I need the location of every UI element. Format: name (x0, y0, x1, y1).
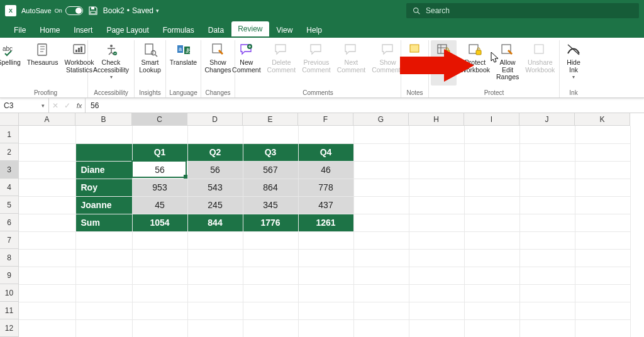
cell[interactable] (519, 126, 575, 143)
cell[interactable] (75, 284, 132, 302)
cell[interactable] (75, 267, 132, 284)
document-title[interactable]: Book2 • Saved ▾ (103, 6, 159, 15)
cell[interactable] (519, 267, 575, 284)
cell[interactable] (298, 231, 353, 249)
cell[interactable]: 567 (243, 161, 298, 179)
cell[interactable] (243, 267, 298, 284)
cell[interactable] (298, 267, 353, 284)
cell[interactable]: 46 (298, 161, 353, 179)
cell[interactable] (409, 196, 464, 214)
cell[interactable] (19, 179, 75, 196)
cell[interactable] (409, 126, 464, 143)
cell[interactable]: 778 (298, 179, 353, 196)
cell[interactable] (298, 319, 353, 337)
cell[interactable] (298, 249, 353, 267)
cell[interactable] (519, 231, 575, 249)
cell[interactable] (19, 214, 75, 231)
row-header-8[interactable]: 8 (0, 249, 19, 267)
cell[interactable] (519, 214, 575, 231)
tab-help[interactable]: Help (300, 23, 328, 38)
cell[interactable] (75, 143, 132, 161)
cell[interactable] (243, 231, 298, 249)
col-header-K[interactable]: K (575, 113, 630, 126)
cell[interactable] (464, 161, 519, 179)
cell[interactable] (409, 214, 464, 231)
autosave-toggle[interactable] (65, 6, 83, 15)
save-icon[interactable] (88, 6, 98, 16)
tab-page-layout[interactable]: Page Layout (100, 23, 155, 38)
cell[interactable] (353, 302, 409, 319)
cell[interactable] (464, 214, 519, 231)
cell[interactable]: Sum (75, 214, 132, 231)
column-headers[interactable]: ABCDEFGHIJK (19, 113, 644, 126)
cell[interactable]: Q3 (243, 143, 298, 161)
cell[interactable] (464, 284, 519, 302)
cell[interactable] (298, 284, 353, 302)
worksheet-grid[interactable]: ABCDEFGHIJK 123456789101112 Q1Q2Q3Q4Dian… (0, 113, 644, 337)
cell[interactable] (575, 319, 630, 337)
cell[interactable]: 345 (243, 196, 298, 214)
cell[interactable] (75, 249, 132, 267)
cell[interactable] (75, 126, 132, 143)
thesaurus-button[interactable]: Thesaurus (25, 40, 61, 86)
cell[interactable] (243, 249, 298, 267)
cell[interactable]: 45 (132, 196, 187, 214)
cell[interactable] (187, 231, 243, 249)
cell[interactable] (353, 214, 409, 231)
cell[interactable] (519, 143, 575, 161)
enter-icon[interactable]: ✓ (64, 101, 70, 110)
cancel-icon[interactable]: ✕ (52, 101, 58, 110)
spelling-button[interactable]: abc Spelling (0, 40, 23, 86)
cell[interactable] (575, 284, 630, 302)
cell[interactable] (464, 196, 519, 214)
cell[interactable] (464, 249, 519, 267)
search-box[interactable]: Search (406, 3, 639, 18)
cell[interactable]: Q2 (187, 143, 243, 161)
cell[interactable] (575, 231, 630, 249)
row-header-6[interactable]: 6 (0, 214, 19, 231)
cell[interactable] (75, 302, 132, 319)
hide-ink-button[interactable]: Hide Ink ▾ (563, 40, 584, 86)
cell[interactable] (187, 319, 243, 337)
cell[interactable] (575, 267, 630, 284)
row-header-2[interactable]: 2 (0, 143, 19, 161)
col-header-G[interactable]: G (353, 113, 409, 126)
cell[interactable] (353, 179, 409, 196)
cell[interactable] (409, 249, 464, 267)
cell[interactable] (575, 214, 630, 231)
smart-lookup-button[interactable]: Smart Lookup (136, 40, 163, 86)
select-all-corner[interactable] (0, 113, 19, 126)
cell[interactable] (132, 267, 187, 284)
cell[interactable] (132, 284, 187, 302)
name-box[interactable]: C3 ▾ (0, 98, 49, 113)
cell[interactable] (298, 302, 353, 319)
chevron-down-icon[interactable]: ▾ (42, 102, 45, 109)
cell[interactable]: 844 (187, 214, 243, 231)
cell[interactable] (409, 231, 464, 249)
cell[interactable] (187, 267, 243, 284)
cell[interactable] (187, 302, 243, 319)
cell[interactable] (464, 126, 519, 143)
cell[interactable]: Q4 (298, 143, 353, 161)
cell[interactable]: 245 (187, 196, 243, 214)
col-header-I[interactable]: I (464, 113, 519, 126)
row-header-7[interactable]: 7 (0, 231, 19, 249)
col-header-A[interactable]: A (19, 113, 75, 126)
cell[interactable] (19, 231, 75, 249)
cell[interactable]: 56 (132, 161, 187, 179)
cell[interactable]: 543 (187, 179, 243, 196)
cell[interactable] (298, 126, 353, 143)
cell[interactable] (353, 143, 409, 161)
cell[interactable]: 437 (298, 196, 353, 214)
cell[interactable] (353, 161, 409, 179)
col-header-C[interactable]: C (132, 113, 187, 126)
cell[interactable] (464, 302, 519, 319)
tab-home[interactable]: Home (33, 23, 66, 38)
tab-file[interactable]: File (8, 23, 32, 38)
cell[interactable] (353, 231, 409, 249)
col-header-B[interactable]: B (75, 113, 132, 126)
autosave-control[interactable]: AutoSave On (21, 6, 83, 15)
cell[interactable] (519, 319, 575, 337)
cell[interactable] (519, 196, 575, 214)
cell[interactable] (19, 302, 75, 319)
